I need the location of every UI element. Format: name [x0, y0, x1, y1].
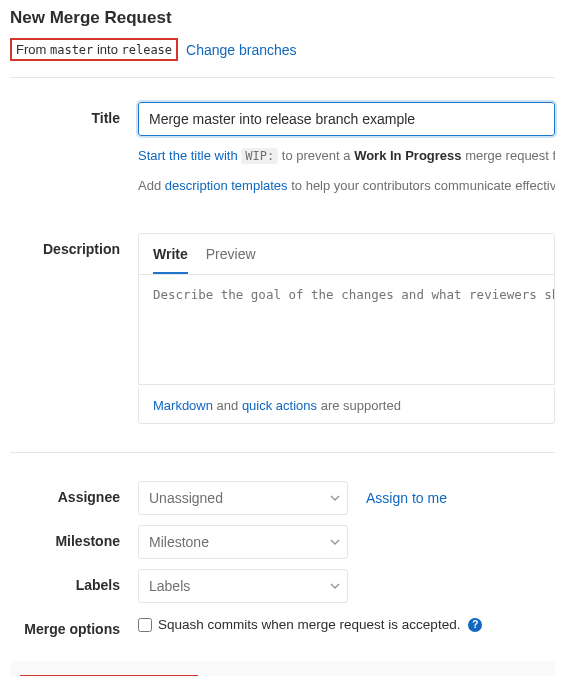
labels-label: Labels [10, 569, 138, 603]
change-branches-link[interactable]: Change branches [186, 42, 297, 58]
squash-checkbox[interactable] [138, 618, 152, 632]
title-input[interactable] [138, 102, 555, 136]
help-icon[interactable]: ? [468, 618, 482, 632]
description-templates-link[interactable]: description templates [165, 178, 288, 193]
divider [10, 77, 555, 78]
title-label: Title [10, 102, 138, 195]
description-tabs: Write Preview [138, 233, 555, 275]
footer-suffix: are supported [317, 398, 401, 413]
milestone-select[interactable]: Milestone [138, 525, 348, 559]
branch-prefix: From [16, 42, 50, 57]
assignee-select[interactable]: Unassigned [138, 481, 348, 515]
branch-summary: From master into release [10, 38, 178, 61]
tmpl-hint-suffix: to help your contributors communicate ef… [288, 178, 555, 193]
squash-label: Squash commits when merge request is acc… [158, 617, 460, 632]
assign-to-me-link[interactable]: Assign to me [366, 490, 447, 506]
wip-hint-suffix: merge request from be [462, 148, 555, 163]
markdown-link[interactable]: Markdown [153, 398, 213, 413]
footer-mid: and [213, 398, 242, 413]
assignee-label: Assignee [10, 481, 138, 515]
wip-code: WIP: [241, 148, 278, 164]
target-branch: release [122, 43, 173, 57]
tab-write[interactable]: Write [153, 246, 188, 274]
milestone-label: Milestone [10, 525, 138, 559]
merge-options-label: Merge options [10, 613, 138, 637]
tmpl-hint-prefix: Add [138, 178, 165, 193]
description-footer: Markdown and quick actions are supported [138, 388, 555, 424]
tab-preview[interactable]: Preview [206, 246, 256, 274]
divider [10, 452, 555, 453]
wip-hint-mid: to prevent a [278, 148, 354, 163]
source-branch: master [50, 43, 93, 57]
quick-actions-link[interactable]: quick actions [242, 398, 317, 413]
page-title: New Merge Request [10, 8, 555, 28]
wip-hint-bold: Work In Progress [354, 148, 461, 163]
branch-mid: into [93, 42, 121, 57]
labels-select[interactable]: Labels [138, 569, 348, 603]
description-label: Description [10, 233, 138, 424]
wip-hint-link[interactable]: Start the title with [138, 148, 241, 163]
description-textarea[interactable] [138, 275, 555, 385]
